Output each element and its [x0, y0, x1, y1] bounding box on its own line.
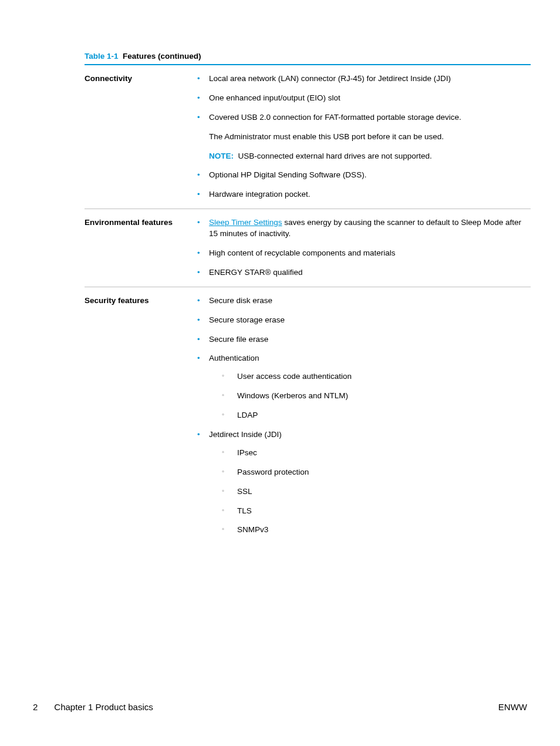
sub-list-item: User access code authentication	[222, 371, 527, 382]
list-item: Local area network (LAN) connector (RJ-4…	[197, 73, 527, 85]
sub-list-item: SNMPv3	[222, 525, 527, 536]
list-item: Jetdirect Inside (JDI) IPsec Password pr…	[197, 429, 527, 536]
row-content-connectivity: Local area network (LAN) connector (RJ-4…	[194, 65, 531, 209]
list-item: Sleep Timer Settings saves energy by cau…	[197, 217, 527, 240]
list-item: Covered USB 2.0 connection for FAT-forma…	[197, 112, 527, 162]
table-number: Table 1-1	[85, 52, 119, 61]
row-content-security: Secure disk erase Secure storage erase S…	[194, 287, 531, 545]
list-item: Authentication User access code authenti…	[197, 353, 527, 421]
table-row: Connectivity Local area network (LAN) co…	[85, 65, 531, 209]
sub-list-item: Password protection	[222, 467, 527, 478]
note: NOTE: USB-connected external hard drives…	[209, 151, 527, 162]
list-item: Secure disk erase	[197, 295, 527, 307]
list-item: Hardware integration pocket.	[197, 189, 527, 200]
list-item: One enhanced input/output (EIO) slot	[197, 93, 527, 104]
row-content-environmental: Sleep Timer Settings saves energy by cau…	[194, 209, 531, 287]
table-row: Security features Secure disk erase Secu…	[85, 287, 531, 545]
list-item: High content of recyclable components an…	[197, 248, 527, 259]
table-caption: Table 1-1 Features (continued)	[85, 52, 527, 61]
list-item-text: Covered USB 2.0 connection for FAT-forma…	[209, 113, 461, 122]
language-code: ENWW	[498, 702, 527, 712]
features-table: Connectivity Local area network (LAN) co…	[85, 64, 531, 544]
table-title: Features (continued)	[123, 52, 201, 61]
page-footer: 2 Chapter 1 Product basics ENWW	[33, 702, 527, 712]
list-item: ENERGY STAR® qualified	[197, 267, 527, 278]
page-number: 2	[33, 702, 38, 712]
note-text: USB-connected external hard drives are n…	[238, 152, 432, 160]
row-label-environmental: Environmental features	[85, 209, 194, 287]
paragraph: The Administrator must enable this USB p…	[209, 132, 527, 143]
row-label-connectivity: Connectivity	[85, 65, 194, 209]
list-item-text: Jetdirect Inside (JDI)	[209, 430, 282, 439]
chapter-title: Chapter 1 Product basics	[54, 702, 153, 712]
list-item: Optional HP Digital Sending Software (DS…	[197, 170, 527, 181]
row-label-security: Security features	[85, 287, 194, 545]
sub-list-item: LDAP	[222, 410, 527, 421]
sleep-timer-link[interactable]: Sleep Timer Settings	[209, 218, 282, 227]
note-label: NOTE:	[209, 152, 234, 160]
list-item: Secure storage erase	[197, 315, 527, 326]
sub-list-item: Windows (Kerberos and NTLM)	[222, 391, 527, 402]
table-row: Environmental features Sleep Timer Setti…	[85, 209, 531, 287]
sub-list-item: IPsec	[222, 448, 527, 459]
list-item-text: Authentication	[209, 354, 259, 362]
list-item: Secure file erase	[197, 334, 527, 345]
sub-list-item: SSL	[222, 486, 527, 498]
sub-list-item: TLS	[222, 506, 527, 517]
